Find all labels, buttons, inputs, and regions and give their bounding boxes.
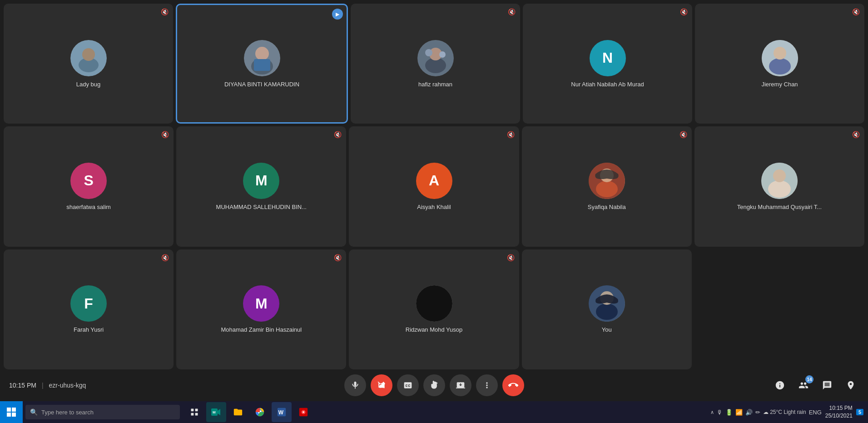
search-placeholder: Type here to search	[41, 409, 94, 416]
avatar-nuratiah: N	[590, 40, 626, 76]
taskbar-fileexplorer[interactable]	[228, 402, 248, 422]
mic-button[interactable]	[344, 374, 366, 396]
svg-text:W: W	[278, 409, 284, 416]
taskbar-word[interactable]: W	[272, 402, 292, 422]
participant-tile-aisyah[interactable]: 🔇 A Aisyah Khalil	[349, 126, 519, 246]
participant-tile-diyana[interactable]: ▶ DIYANA BINTI KAMARUDIN	[176, 4, 348, 124]
participant-tile-farah[interactable]: 🔇 F Farah Yusri	[4, 249, 174, 369]
svg-rect-25	[7, 408, 11, 412]
participant-tile-hafiz[interactable]: 🔇 hafiz rahman	[351, 4, 520, 124]
taskbar-clock[interactable]: 10:15 PM 25/10/2021	[825, 404, 853, 420]
show-hidden-icon[interactable]: ∧	[710, 409, 714, 415]
avatar-ridzwan	[416, 285, 452, 322]
taskbar-googlemeet[interactable]: M	[206, 402, 226, 422]
taskbar-weather: ☁ 25°C Light rain	[763, 409, 806, 415]
meeting-info: 10:15 PM | ezr-uhus-kgq	[9, 382, 86, 389]
people-button[interactable]: 14	[795, 377, 812, 393]
search-icon: 🔍	[30, 408, 38, 416]
participant-name-nuratiah: Nur Atiah Nabilah Ab Murad	[571, 81, 644, 88]
avatar-ladybug	[70, 40, 107, 76]
taskbar-lang: ENG	[809, 409, 822, 416]
participant-name-ridzwan: Ridzwan Mohd Yusop	[406, 326, 463, 333]
svg-rect-29	[191, 409, 194, 412]
controls-center	[344, 374, 524, 396]
svg-point-5	[255, 47, 269, 60]
participant-tile-muhammad[interactable]: 🔇 M MUHAMMAD SALLEHUDIN BIN...	[176, 126, 346, 246]
participant-tile-syafiqa[interactable]: 🔇 Syafiqa Nabila	[522, 126, 692, 246]
svg-rect-31	[191, 413, 194, 416]
avatar-syafiqa	[589, 163, 625, 199]
captions-button[interactable]	[397, 374, 419, 396]
participant-name-farah: Farah Yusri	[74, 326, 104, 333]
svg-rect-28	[12, 413, 16, 417]
mute-icon-muhammad: 🔇	[334, 131, 342, 138]
svg-point-2	[82, 48, 95, 61]
svg-point-20	[773, 169, 786, 182]
avatar-hafiz	[417, 40, 454, 76]
taskbar-chrome[interactable]	[250, 402, 270, 422]
activities-button[interactable]	[843, 377, 859, 393]
svg-rect-32	[195, 413, 198, 416]
svg-point-11	[439, 51, 446, 58]
svg-rect-26	[12, 408, 16, 412]
svg-point-14	[774, 47, 786, 60]
taskbar-taskview[interactable]	[184, 402, 204, 422]
search-bar[interactable]: 🔍 Type here to search	[25, 405, 180, 419]
participant-tile-shaerfatwa[interactable]: 🔇 S shaerfatwa salim	[4, 126, 174, 246]
chat-button[interactable]	[819, 377, 835, 393]
info-button[interactable]	[772, 377, 788, 393]
empty-tile	[694, 249, 864, 369]
participant-tile-you[interactable]: You	[522, 249, 692, 369]
taskbar-time: 10:15 PM	[825, 404, 853, 412]
participant-tile-ladybug[interactable]: 🔇 Lady bug	[4, 4, 173, 124]
svg-text:M: M	[213, 410, 216, 414]
video-row-1: 🔇 Lady bug ▶ DIYANA BINT	[4, 4, 864, 124]
video-row-3: 🔇 F Farah Yusri 🔇 M Mohamad Zamir Bin Ha…	[4, 249, 864, 369]
avatar-aisyah: A	[416, 163, 452, 199]
taskbar-pen-icon: ✏	[755, 409, 760, 416]
meeting-time: 10:15 PM	[9, 382, 36, 389]
participant-name-mohamad: Mohamad Zamir Bin Haszainul	[221, 326, 302, 333]
more-options-button[interactable]	[476, 374, 498, 396]
participant-tile-nuratiah[interactable]: 🔇 N Nur Atiah Nabilah Ab Murad	[523, 4, 692, 124]
start-button[interactable]	[0, 401, 23, 423]
avatar-diyana	[244, 40, 280, 76]
mute-icon-aisyah: 🔇	[507, 131, 515, 138]
present-button[interactable]	[450, 374, 471, 396]
svg-rect-30	[195, 409, 198, 412]
svg-point-10	[425, 49, 432, 56]
video-row-2: 🔇 S shaerfatwa salim 🔇 M MUHAMMAD SALLEH…	[4, 126, 864, 246]
participant-tile-jieremy[interactable]: 🔇 Jieremy Chan	[695, 4, 864, 124]
avatar-muhammad: M	[243, 163, 279, 199]
avatar-farah: F	[70, 285, 107, 322]
speaking-icon: ▶	[332, 9, 343, 20]
raise-hand-button[interactable]	[423, 374, 445, 396]
meeting-code: ezr-uhus-kgq	[49, 382, 86, 389]
svg-point-13	[769, 58, 791, 75]
taskbar-app5[interactable]	[293, 402, 313, 422]
taskbar: 🔍 Type here to search M	[0, 401, 868, 423]
participant-tile-mohamad[interactable]: 🔇 M Mohamad Zamir Bin Haszainul	[176, 249, 346, 369]
end-call-button[interactable]	[502, 374, 524, 396]
participant-name-you: You	[602, 326, 612, 333]
participant-name-jieremy: Jieremy Chan	[761, 81, 798, 88]
participant-name-syafiqa: Syafiqa Nabila	[588, 204, 626, 210]
taskbar-mic-icon: 🎙	[717, 409, 723, 416]
taskbar-right: ∧ 🎙 🔋 📶 🔊 ✏ ☁ 25°C Light rain ENG 10:15 …	[710, 404, 868, 420]
participant-tile-ridzwan[interactable]: 🔇 Ridzwan Mohd Yusop	[349, 249, 519, 369]
mute-icon: 🔇	[161, 8, 169, 15]
taskbar-volume-icon: 🔊	[745, 409, 753, 416]
mute-icon-mohamad: 🔇	[334, 254, 342, 261]
svg-point-19	[768, 180, 791, 198]
participant-name-tengku: Tengku Muhammad Qusyairi T...	[737, 204, 822, 210]
taskbar-wifi-icon: 📶	[735, 409, 743, 416]
notification-badge[interactable]: 5	[856, 409, 863, 415]
avatar-you	[589, 285, 625, 322]
controls-right: 14	[772, 377, 859, 393]
participant-tile-tengku[interactable]: 🔇 Tengku Muhammad Qusyairi T...	[694, 126, 864, 246]
mute-icon-tengku: 🔇	[852, 131, 860, 138]
svg-point-21	[416, 285, 452, 322]
participant-name-hafiz: hafiz rahman	[418, 81, 452, 88]
mute-icon-syafiqa: 🔇	[680, 131, 687, 138]
video-button[interactable]	[371, 374, 392, 396]
